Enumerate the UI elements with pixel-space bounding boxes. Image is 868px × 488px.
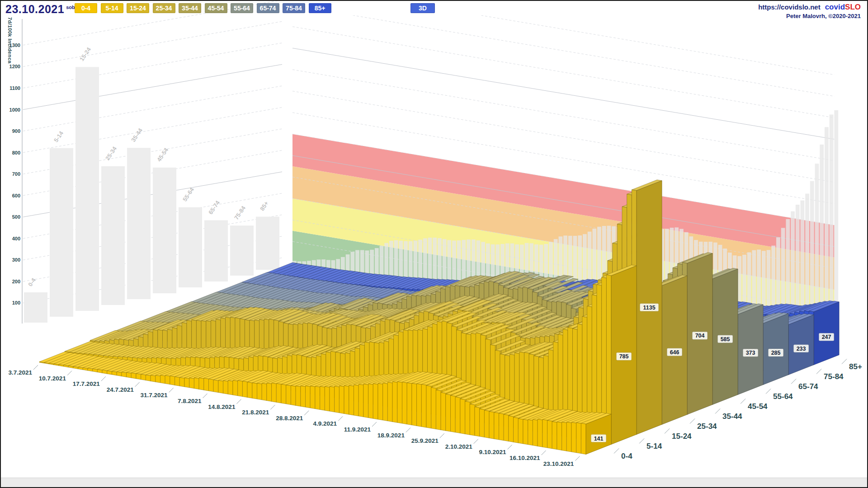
left-wall-label-85+: 85+: [259, 200, 270, 212]
age-filter-button-0-4[interactable]: 0-4: [75, 3, 97, 13]
bar-front: [465, 401, 470, 435]
bar-front: [542, 419, 547, 448]
bar-front: [194, 378, 199, 389]
left-wall-gridline: [23, 86, 282, 131]
x-axis-date-label: 24.7.2021: [107, 386, 134, 393]
age-axis-label-5-14: 5-14: [646, 442, 662, 450]
bar-front: [112, 371, 117, 375]
bar-front: [102, 370, 107, 374]
bar-front: [310, 386, 315, 408]
bar-front: [131, 373, 136, 379]
value-label-15-24: 1135: [643, 305, 656, 311]
bar-front: [339, 386, 344, 414]
left-wall-label-5-14: 5-14: [52, 130, 65, 144]
left-wall-bar-45-54: [153, 168, 176, 293]
bar-front: [363, 384, 368, 418]
age-filter-button-25-34[interactable]: 25-34: [153, 3, 175, 13]
bar-front: [175, 377, 180, 386]
bar-front: [392, 382, 397, 423]
left-wall-gridline: [23, 43, 282, 88]
back-wall-histogram-bar: [341, 257, 345, 271]
age-axis-label-35-44: 35-44: [722, 412, 742, 421]
age-filter-button-35-44[interactable]: 35-44: [179, 3, 201, 13]
bar-front: [286, 385, 291, 405]
bar-front: [509, 416, 514, 442]
left-wall-bar-15-24: [75, 67, 99, 311]
bar-front: [281, 384, 286, 404]
x-axis-date-label: 11.9.2021: [344, 426, 371, 433]
bar-front: [499, 413, 504, 441]
bar-front: [325, 386, 330, 411]
bar-front: [421, 385, 426, 428]
mode-3d-button[interactable]: 3D: [410, 3, 435, 13]
y-axis-tick: 1200: [9, 64, 20, 69]
back-wall-histogram-bar: [307, 261, 311, 265]
left-wall-label-0-4: 0-4: [27, 277, 37, 288]
age-filter-button-55-64[interactable]: 55-64: [231, 3, 253, 13]
brand-logo[interactable]: covidSLO: [825, 3, 861, 11]
bar-front: [523, 419, 528, 445]
back-wall-histogram-bar: [389, 241, 393, 279]
value-label-35-44: 704: [695, 333, 705, 339]
site-url[interactable]: https://covidslo.net: [758, 3, 821, 11]
x-axis-date-label: 9.10.2021: [479, 449, 507, 455]
back-wall-histogram-bar: [365, 250, 369, 275]
age-filter-button-85+[interactable]: 85+: [309, 3, 331, 13]
bar-front: [189, 378, 194, 388]
left-wall-label-15-24: 15-24: [78, 46, 92, 62]
bar-front: [426, 385, 431, 428]
left-wall-bar-55-64: [179, 207, 202, 287]
back-wall-histogram-bar: [414, 241, 418, 283]
horizontal-scrollbar[interactable]: [1, 478, 867, 487]
bar-front: [480, 409, 485, 437]
bar-front: [378, 383, 383, 420]
back-wall-histogram-bar: [312, 260, 316, 267]
bar-front: [547, 420, 552, 449]
age-filter-button-45-54[interactable]: 45-54: [205, 3, 227, 13]
bar-front: [233, 380, 238, 396]
site-credits: https://covidslo.netcovidSLO Peter Malov…: [758, 3, 861, 19]
bar-front: [397, 382, 402, 424]
back-wall-histogram-bar: [331, 260, 335, 270]
bar-front: [320, 386, 325, 410]
bar-front: [238, 380, 243, 397]
age-filter-button-75-84[interactable]: 75-84: [283, 3, 305, 13]
x-axis-date-label: 31.7.2021: [141, 392, 168, 399]
bar-front: [330, 386, 335, 412]
x-axis-date-label: 2.10.2021: [445, 443, 473, 450]
age-filter-button-5-14[interactable]: 5-14: [101, 3, 123, 13]
back-wall-histogram-bar: [384, 243, 388, 278]
bar-front: [441, 393, 446, 431]
bar-front: [291, 385, 296, 405]
x-axis-date-label: 14.8.2021: [208, 404, 236, 410]
bar-front: [514, 418, 519, 443]
bar-front: [446, 394, 451, 432]
age-filter-button-15-24[interactable]: 15-24: [127, 3, 149, 13]
back-wall-histogram-bar: [321, 259, 326, 268]
y-axis-tick: 800: [12, 150, 20, 155]
current-date[interactable]: 23.10.2021sob: [5, 3, 75, 16]
back-wall-gridline: [292, 70, 834, 161]
age-axis-label-85+: 85+: [849, 362, 862, 371]
back-wall-histogram-bar: [360, 250, 364, 274]
age-filter-button-65-74[interactable]: 65-74: [257, 3, 279, 13]
bar-front: [344, 385, 349, 414]
back-wall-histogram-bar: [370, 250, 374, 276]
bar-front: [272, 383, 277, 403]
y-axis-tick: 1000: [9, 107, 20, 113]
bar-front: [179, 377, 184, 387]
bar-front: [504, 414, 509, 441]
bar-front: [417, 384, 422, 427]
chart-canvas[interactable]: 0-45-1415-2425-3435-4445-5455-6465-7475-…: [1, 1, 868, 488]
bar-front: [383, 383, 388, 421]
bar-front: [412, 383, 417, 426]
bar-front: [489, 412, 494, 439]
bar-front: [257, 383, 262, 400]
bar-front: [315, 386, 320, 410]
bar-front: [218, 380, 223, 394]
bar-front: [566, 422, 571, 452]
bar-front: [296, 386, 301, 406]
left-wall-bar-5-14: [50, 148, 73, 317]
bar-front: [368, 384, 373, 418]
y-axis-tick: 200: [12, 279, 20, 284]
